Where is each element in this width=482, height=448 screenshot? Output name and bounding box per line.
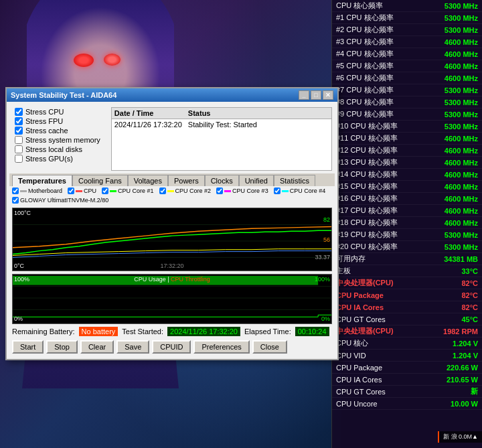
watermark: 新 浪 0.0M▲ bbox=[438, 431, 482, 443]
button-bar: StartStopClearSaveCPUIDPreferencesClose bbox=[9, 338, 335, 356]
checkbox-input-2[interactable] bbox=[15, 127, 23, 135]
monitor-label-13: #13 CPU 核心频率 bbox=[336, 157, 398, 167]
checkbox-input-0[interactable] bbox=[15, 108, 23, 116]
tab-temperatures[interactable]: Temperatures bbox=[12, 175, 72, 186]
legend-label-gloway: GLOWAY UltimatITNVMe-M.2/80 bbox=[20, 197, 108, 204]
tab-statistics[interactable]: Statistics bbox=[274, 175, 315, 186]
monitor-row-23: 中央处理器(CPU)82°C bbox=[332, 277, 482, 289]
monitor-value-18: 4600 MHz bbox=[445, 219, 478, 227]
status-bar: Remaining Battery: No battery Test Start… bbox=[12, 327, 332, 336]
monitor-label-8: #8 CPU 核心频率 bbox=[336, 97, 394, 107]
checkbox-input-4[interactable] bbox=[15, 145, 23, 153]
test-started-label: Test Started: bbox=[122, 327, 163, 335]
tab-cooling-fans[interactable]: Cooling Fans bbox=[72, 175, 128, 186]
checkbox-label-1: Stress FPU bbox=[25, 117, 63, 125]
preferences-button[interactable]: Preferences bbox=[193, 340, 249, 354]
character-eye-left bbox=[74, 54, 94, 67]
legend-checkbox-4[interactable] bbox=[216, 188, 223, 194]
tab-powers[interactable]: Powers bbox=[168, 175, 205, 186]
monitor-row-6: #6 CPU 核心频率4600 MHz bbox=[332, 72, 482, 84]
checkbox-item-0[interactable]: Stress CPU bbox=[15, 108, 100, 116]
maximize-button[interactable]: □ bbox=[311, 90, 321, 100]
legend-label-3: CPU Core #2 bbox=[175, 188, 212, 194]
window-controls[interactable]: _ □ ✕ bbox=[299, 90, 333, 100]
monitor-value-10: 5300 MHz bbox=[445, 123, 478, 131]
legend-checkbox-gloway[interactable] bbox=[12, 197, 19, 204]
stop-button[interactable]: Stop bbox=[46, 340, 78, 354]
save-button[interactable]: Save bbox=[116, 340, 149, 354]
checkbox-item-5[interactable]: Stress GPU(s) bbox=[15, 155, 100, 163]
chart-legend-1: MotherboardCPUCPU Core #1CPU Core #2CPU … bbox=[9, 186, 335, 196]
monitor-row-31: CPU IA Cores210.65 W bbox=[332, 374, 482, 386]
monitor-value-2: 5300 MHz bbox=[445, 26, 478, 34]
monitor-value-4: 4600 MHz bbox=[445, 50, 478, 58]
log-status: Stability Test: Started bbox=[188, 121, 329, 129]
legend-checkbox-3[interactable] bbox=[159, 188, 166, 194]
temperature-chart: 100°C 0°C 82 56 33.37 17:32:20 bbox=[12, 208, 332, 271]
window-titlebar: System Stability Test - AIDA64 _ □ ✕ bbox=[7, 88, 337, 102]
cpu-usage-section: CPU Usage | CPU Throttling 100% 0% 100% … bbox=[9, 274, 335, 324]
log-datetime: 2024/11/26 17:32:20 bbox=[114, 121, 188, 129]
checkbox-item-1[interactable]: Stress FPU bbox=[15, 117, 100, 125]
cpu-usage-chart: CPU Usage | CPU Throttling 100% 0% 100% … bbox=[12, 274, 332, 324]
monitor-value-33: 10.00 W bbox=[451, 400, 478, 408]
chart-value-82: 82 bbox=[323, 216, 330, 223]
legend-checkbox-0[interactable] bbox=[12, 188, 19, 194]
monitor-row-19: #19 CPU 核心频率5300 MHz bbox=[332, 229, 482, 241]
chart-bottom-label: 0°C bbox=[14, 263, 24, 269]
monitor-row-13: #13 CPU 核心频率4600 MHz bbox=[332, 157, 482, 169]
close-button[interactable]: Close bbox=[252, 340, 287, 354]
monitor-row-9: #9 CPU 核心频率5300 MHz bbox=[332, 108, 482, 121]
checkbox-label-5: Stress GPU(s) bbox=[25, 155, 73, 163]
legend-label-5: CPU Core #4 bbox=[290, 188, 326, 194]
chart-time: 17:32:20 bbox=[160, 263, 183, 269]
checkbox-input-5[interactable] bbox=[15, 155, 23, 163]
checkbox-input-1[interactable] bbox=[15, 117, 23, 125]
monitor-label-16: #16 CPU 核心频率 bbox=[336, 194, 398, 204]
monitor-value-23: 82°C bbox=[461, 279, 478, 287]
elapsed-value: 00:10:24 bbox=[295, 327, 329, 336]
monitor-row-7: #7 CPU 核心频率5300 MHz bbox=[332, 84, 482, 96]
legend-label-1: CPU bbox=[84, 188, 96, 194]
start-button[interactable]: Start bbox=[12, 340, 44, 354]
window-body: Stress CPUStress FPUStress cacheStress s… bbox=[7, 102, 337, 359]
monitor-row-14: #14 CPU 核心频率4600 MHz bbox=[332, 169, 482, 181]
legend-item-3: CPU Core #2 bbox=[159, 188, 212, 194]
close-button[interactable]: ✕ bbox=[323, 90, 333, 100]
monitor-row-21: 可用内存34381 MB bbox=[332, 253, 482, 265]
clear-button[interactable]: Clear bbox=[80, 340, 114, 354]
monitor-row-18: #18 CPU 核心频率4600 MHz bbox=[332, 217, 482, 229]
minimize-button[interactable]: _ bbox=[299, 90, 309, 100]
tabs-area: TemperaturesCooling FansVoltagesPowersCl… bbox=[9, 173, 335, 186]
monitor-value-16: 4600 MHz bbox=[445, 195, 478, 203]
checkbox-label-3: Stress system memory bbox=[25, 136, 100, 144]
monitor-value-17: 4600 MHz bbox=[445, 207, 478, 215]
legend-checkbox-5[interactable] bbox=[274, 188, 280, 194]
tab-voltages[interactable]: Voltages bbox=[128, 175, 168, 186]
checkbox-item-4[interactable]: Stress local disks bbox=[15, 145, 100, 153]
log-table: Date / Time Status 2024/11/26 17:32:20 S… bbox=[111, 107, 332, 171]
monitor-row-26: CPU GT Cores45°C bbox=[332, 313, 482, 325]
monitor-value-24: 82°C bbox=[461, 291, 478, 299]
checkbox-item-3[interactable]: Stress system memory bbox=[15, 136, 100, 144]
monitor-label-29: CPU VID bbox=[336, 352, 366, 360]
monitor-row-0: CPU 核心频率5300 MHz bbox=[332, 0, 482, 12]
character-eye-right bbox=[104, 54, 120, 66]
legend-checkbox-1[interactable] bbox=[68, 188, 74, 194]
monitor-label-12: #12 CPU 核心频率 bbox=[336, 145, 398, 155]
tab-clocks[interactable]: Clocks bbox=[205, 175, 239, 186]
cpuid-button[interactable]: CPUID bbox=[152, 340, 191, 354]
legend-checkbox-2[interactable] bbox=[102, 188, 108, 194]
monitor-label-25: CPU IA Cores bbox=[336, 303, 384, 311]
tab-unified[interactable]: Unified bbox=[239, 175, 274, 186]
checkbox-item-2[interactable]: Stress cache bbox=[15, 127, 100, 135]
monitor-label-27: 中央处理器(CPU) bbox=[336, 326, 394, 336]
right-monitor-panel: CPU 核心频率5300 MHz#1 CPU 核心频率5300 MHz#2 CP… bbox=[331, 0, 482, 448]
monitor-value-13: 4600 MHz bbox=[445, 159, 478, 167]
monitor-row-24: CPU Package82°C bbox=[332, 289, 482, 301]
checkbox-input-3[interactable] bbox=[15, 136, 23, 144]
monitor-row-11: #11 CPU 核心频率4600 MHz bbox=[332, 133, 482, 145]
monitor-label-19: #19 CPU 核心频率 bbox=[336, 230, 398, 240]
log-area: Date / Time Status 2024/11/26 17:32:20 S… bbox=[108, 104, 335, 173]
monitor-label-28: CPU 核心 bbox=[336, 338, 368, 348]
